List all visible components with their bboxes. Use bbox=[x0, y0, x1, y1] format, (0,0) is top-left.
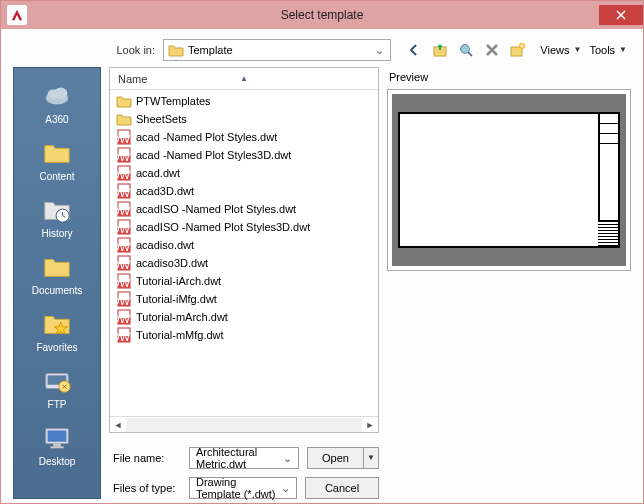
filetype-dropdown[interactable]: Drawing Template (*.dwt) ⌄ bbox=[189, 477, 297, 499]
list-item[interactable]: DWTTutorial-mArch.dwt bbox=[110, 308, 378, 326]
svg-text:DWT: DWT bbox=[116, 151, 132, 163]
folder-icon bbox=[41, 251, 73, 283]
place-desktop[interactable]: Desktop bbox=[14, 418, 100, 471]
dwt-file-icon: DWT bbox=[116, 309, 132, 325]
dwt-file-icon: DWT bbox=[116, 129, 132, 145]
chevron-down-icon: ⌄ bbox=[283, 452, 292, 465]
scroll-right-button[interactable]: ► bbox=[362, 418, 378, 432]
list-item[interactable]: DWTacad -Named Plot Styles3D.dwt bbox=[110, 146, 378, 164]
list-item[interactable]: DWTacad3D.dwt bbox=[110, 182, 378, 200]
desktop-icon bbox=[41, 422, 73, 454]
dwt-file-icon: DWT bbox=[116, 237, 132, 253]
list-item[interactable]: DWTTutorial-iArch.dwt bbox=[110, 272, 378, 290]
svg-text:DWT: DWT bbox=[116, 169, 132, 181]
list-item[interactable]: DWTacadISO -Named Plot Styles.dwt bbox=[110, 200, 378, 218]
search-web-button[interactable] bbox=[455, 39, 477, 61]
folder-icon bbox=[41, 137, 73, 169]
file-name: Tutorial-mArch.dwt bbox=[136, 311, 228, 323]
list-item[interactable]: DWTacad -Named Plot Styles.dwt bbox=[110, 128, 378, 146]
list-item[interactable]: DWTacadISO -Named Plot Styles3D.dwt bbox=[110, 218, 378, 236]
chevron-down-icon: ⌄ bbox=[372, 44, 386, 57]
close-button[interactable] bbox=[599, 5, 643, 25]
horizontal-scrollbar[interactable]: ◄ ► bbox=[110, 416, 378, 432]
app-icon bbox=[7, 5, 27, 25]
svg-text:DWT: DWT bbox=[116, 295, 132, 307]
list-item[interactable]: DWTTutorial-mMfg.dwt bbox=[110, 326, 378, 344]
svg-text:DWT: DWT bbox=[116, 277, 132, 289]
chevron-down-icon: ⌄ bbox=[281, 482, 290, 495]
views-menu[interactable]: Views▼ bbox=[536, 44, 585, 56]
list-item[interactable]: PTWTemplates bbox=[110, 92, 378, 110]
preview-thumbnail bbox=[398, 112, 620, 248]
svg-rect-15 bbox=[50, 446, 63, 448]
file-name: acadiso3D.dwt bbox=[136, 257, 208, 269]
dwt-file-icon: DWT bbox=[116, 291, 132, 307]
file-name: acad.dwt bbox=[136, 167, 180, 179]
svg-text:DWT: DWT bbox=[116, 331, 132, 343]
column-name-header: Name bbox=[118, 73, 240, 85]
place-a360[interactable]: A360 bbox=[14, 76, 100, 129]
history-icon bbox=[41, 194, 73, 226]
place-content[interactable]: Content bbox=[14, 133, 100, 186]
filename-value: Architectural Metric.dwt bbox=[196, 446, 283, 470]
dwt-file-icon: DWT bbox=[116, 183, 132, 199]
filename-input[interactable]: Architectural Metric.dwt ⌄ bbox=[189, 447, 299, 469]
open-split-button[interactable]: ▼ bbox=[363, 447, 379, 469]
list-item[interactable]: DWTacadiso3D.dwt bbox=[110, 254, 378, 272]
dwt-file-icon: DWT bbox=[116, 201, 132, 217]
list-item[interactable]: DWTTutorial-iMfg.dwt bbox=[110, 290, 378, 308]
svg-text:DWT: DWT bbox=[116, 259, 132, 271]
list-item[interactable]: DWTacadiso.dwt bbox=[110, 236, 378, 254]
file-name: acad -Named Plot Styles3D.dwt bbox=[136, 149, 291, 161]
folder-icon bbox=[116, 93, 132, 109]
dwt-file-icon: DWT bbox=[116, 147, 132, 163]
svg-point-7 bbox=[54, 88, 67, 99]
svg-rect-14 bbox=[53, 444, 61, 447]
svg-text:DWT: DWT bbox=[116, 241, 132, 253]
select-template-dialog: Select template Look in: Template ⌄ View… bbox=[0, 0, 644, 504]
back-button[interactable] bbox=[403, 39, 425, 61]
dwt-file-icon: DWT bbox=[116, 219, 132, 235]
favorites-icon bbox=[41, 308, 73, 340]
look-in-dropdown[interactable]: Template ⌄ bbox=[163, 39, 391, 61]
filetype-label: Files of type: bbox=[109, 482, 181, 494]
column-header[interactable]: Name ▲ bbox=[110, 68, 378, 90]
open-button[interactable]: Open bbox=[307, 447, 363, 469]
file-name: acad3D.dwt bbox=[136, 185, 194, 197]
svg-text:DWT: DWT bbox=[116, 223, 132, 235]
dialog-title: Select template bbox=[281, 8, 364, 22]
dwt-file-icon: DWT bbox=[116, 273, 132, 289]
sort-indicator-icon: ▲ bbox=[240, 74, 248, 83]
up-folder-button[interactable] bbox=[429, 39, 451, 61]
file-name: PTWTemplates bbox=[136, 95, 211, 107]
svg-rect-13 bbox=[48, 431, 67, 442]
place-ftp[interactable]: FTP bbox=[14, 361, 100, 414]
toolbar: Look in: Template ⌄ Views▼ Tools▼ bbox=[1, 29, 643, 67]
titlebar: Select template bbox=[1, 1, 643, 29]
look-in-value: Template bbox=[188, 44, 368, 56]
file-name: Tutorial-iArch.dwt bbox=[136, 275, 221, 287]
cancel-button[interactable]: Cancel bbox=[305, 477, 379, 499]
delete-button[interactable] bbox=[481, 39, 503, 61]
file-name: SheetSets bbox=[136, 113, 187, 125]
filetype-value: Drawing Template (*.dwt) bbox=[196, 476, 281, 500]
folder-icon bbox=[116, 111, 132, 127]
new-folder-button[interactable] bbox=[507, 39, 529, 61]
file-name: acadISO -Named Plot Styles3D.dwt bbox=[136, 221, 310, 233]
place-favorites[interactable]: Favorites bbox=[14, 304, 100, 357]
place-history[interactable]: History bbox=[14, 190, 100, 243]
list-item[interactable]: DWTacad.dwt bbox=[110, 164, 378, 182]
place-documents[interactable]: Documents bbox=[14, 247, 100, 300]
places-bar: A360ContentHistoryDocumentsFavoritesFTPD… bbox=[13, 67, 101, 499]
file-name: Tutorial-iMfg.dwt bbox=[136, 293, 217, 305]
file-name: acadISO -Named Plot Styles.dwt bbox=[136, 203, 296, 215]
list-item[interactable]: SheetSets bbox=[110, 110, 378, 128]
svg-text:DWT: DWT bbox=[116, 187, 132, 199]
svg-text:DWT: DWT bbox=[116, 133, 132, 145]
dwt-file-icon: DWT bbox=[116, 327, 132, 343]
dwt-file-icon: DWT bbox=[116, 255, 132, 271]
tools-menu[interactable]: Tools▼ bbox=[585, 44, 631, 56]
file-name: acad -Named Plot Styles.dwt bbox=[136, 131, 277, 143]
file-list: Name ▲ PTWTemplatesSheetSetsDWTacad -Nam… bbox=[109, 67, 379, 433]
scroll-left-button[interactable]: ◄ bbox=[110, 418, 126, 432]
